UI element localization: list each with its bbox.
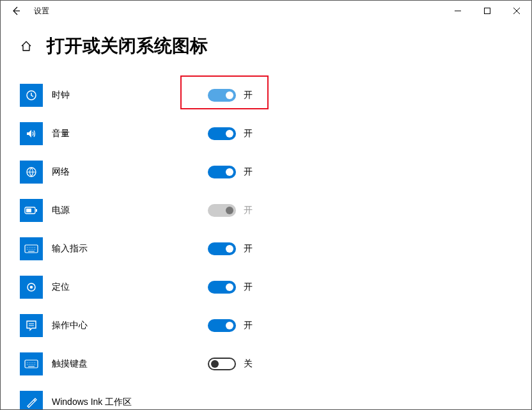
arrow-left-icon	[12, 6, 20, 15]
item-location: 定位 开	[20, 268, 531, 306]
item-label: 时钟	[52, 90, 180, 101]
volume-icon	[20, 122, 43, 145]
location-icon	[20, 276, 43, 299]
item-label: 网络	[52, 166, 180, 178]
item-clock: 时钟 开	[20, 76, 531, 114]
item-power: 电源 开	[20, 191, 531, 230]
toggle-power	[208, 204, 236, 217]
home-button[interactable]	[20, 40, 33, 52]
toggle-state-label: 开	[244, 205, 253, 216]
close-button[interactable]	[502, 1, 531, 21]
item-windows-ink: Windows Ink 工作区	[20, 383, 531, 410]
toggle-state-label: 开	[244, 320, 253, 331]
item-network: 网络 开	[20, 153, 531, 191]
ink-icon	[20, 391, 43, 410]
item-volume: 音量 开	[20, 114, 531, 153]
keyboard-icon	[20, 237, 43, 260]
item-label: Windows Ink 工作区	[52, 397, 180, 408]
page-header: 打开或关闭系统图标	[1, 21, 531, 65]
minimize-button[interactable]	[443, 1, 473, 21]
back-button[interactable]	[6, 1, 26, 21]
item-label: 电源	[52, 205, 180, 216]
item-touch-keyboard: 触摸键盘 关	[20, 345, 531, 383]
toggle-network[interactable]	[208, 166, 236, 178]
svg-rect-5	[26, 209, 31, 212]
toggle-state-label: 开	[244, 166, 253, 178]
toggle-volume[interactable]	[208, 127, 236, 140]
window-controls	[443, 1, 531, 21]
network-icon	[20, 161, 43, 184]
toggle-state-label: 开	[244, 90, 253, 101]
minimize-icon	[455, 8, 461, 14]
item-action-center: 操作中心 开	[20, 306, 531, 345]
toggle-ime[interactable]	[208, 242, 236, 255]
item-label: 定位	[52, 281, 180, 293]
toggle-state-label: 关	[244, 358, 253, 370]
svg-point-8	[30, 286, 33, 289]
item-label: 操作中心	[52, 320, 180, 331]
home-icon	[20, 40, 32, 52]
touch-keyboard-icon	[20, 352, 43, 375]
item-label: 输入指示	[52, 243, 180, 255]
page-title: 打开或关闭系统图标	[47, 34, 208, 58]
toggle-state-label: 开	[244, 281, 253, 293]
window-title: 设置	[34, 6, 49, 17]
item-ime: 输入指示 开	[20, 230, 531, 268]
item-label: 触摸键盘	[52, 358, 180, 370]
toggle-action-center[interactable]	[208, 319, 236, 332]
toggle-clock[interactable]	[208, 89, 236, 102]
maximize-icon	[484, 8, 490, 14]
toggle-state-label: 开	[244, 243, 253, 255]
toggle-location[interactable]	[208, 281, 236, 294]
action-center-icon	[20, 314, 43, 337]
toggle-touch-keyboard[interactable]	[208, 358, 236, 370]
maximize-button[interactable]	[473, 1, 502, 21]
svg-rect-4	[36, 209, 37, 212]
power-icon	[20, 199, 43, 222]
svg-rect-0	[485, 8, 490, 14]
close-icon	[513, 8, 520, 14]
toggle-state-label: 开	[244, 128, 253, 139]
item-label: 音量	[52, 128, 180, 139]
clock-icon	[20, 84, 43, 107]
settings-list: 时钟 开 音量 开 网络 开 电源 开	[1, 65, 531, 410]
